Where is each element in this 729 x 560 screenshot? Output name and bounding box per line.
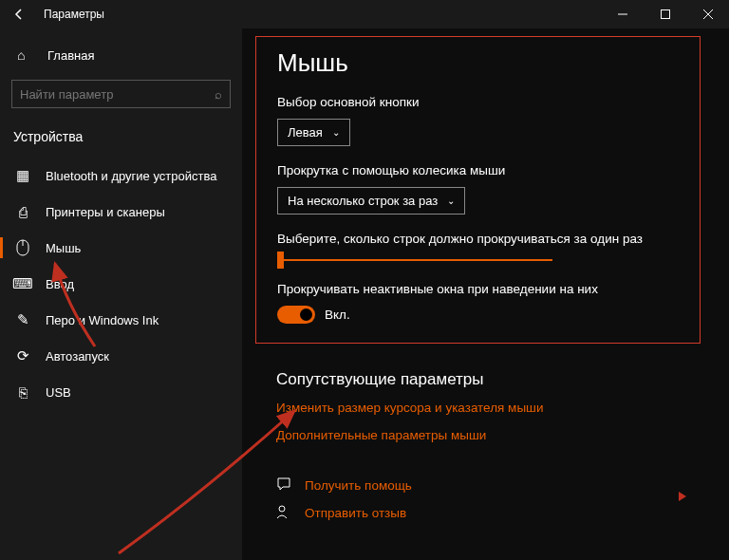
usb-icon: ⎘ <box>13 383 32 401</box>
primary-button-label: Выбор основной кнопки <box>277 95 679 109</box>
chevron-down-icon: ⌄ <box>447 196 455 206</box>
minimize-button[interactable] <box>601 0 644 28</box>
back-button[interactable] <box>0 0 38 28</box>
search-field[interactable] <box>20 87 215 102</box>
link-get-help[interactable]: Получить помощь <box>276 476 729 495</box>
pen-icon: ✎ <box>13 310 32 329</box>
main-content: Мышь Выбор основной кнопки Левая ⌄ Прокр… <box>242 28 729 560</box>
annotation-triangle <box>679 492 686 501</box>
search-input[interactable]: ⌕ <box>11 80 231 108</box>
svg-rect-1 <box>661 10 669 19</box>
link-advanced-mouse[interactable]: Дополнительные параметры мыши <box>276 428 729 442</box>
sidebar-item-mouse[interactable]: Мышь <box>0 230 242 266</box>
sidebar-item-bluetooth[interactable]: ▦ Bluetooth и другие устройства <box>0 158 242 194</box>
lines-slider[interactable] <box>277 259 552 261</box>
related-section: Сопутствующие параметры Изменить размер … <box>276 370 729 522</box>
sidebar-item-label: Перо и Windows Ink <box>46 313 159 327</box>
sidebar-item-typing[interactable]: ⌨ Ввод <box>0 266 242 302</box>
help-icon <box>276 476 295 495</box>
dropdown-value: На несколько строк за раз <box>288 194 438 208</box>
sidebar-home[interactable]: ⌂ Главная <box>0 38 242 72</box>
printer-icon: ⎙ <box>13 202 32 221</box>
slider-thumb[interactable] <box>277 252 284 269</box>
sidebar-item-autoplay[interactable]: ⟳ Автозапуск <box>0 338 242 374</box>
window-title: Параметры <box>38 8 601 21</box>
maximize-button[interactable] <box>644 0 686 28</box>
link-cursor-size[interactable]: Изменить размер курсора и указателя мыши <box>276 401 729 415</box>
inactive-toggle[interactable] <box>277 306 315 324</box>
page-title: Мышь <box>277 48 679 78</box>
close-button[interactable] <box>686 0 729 28</box>
chevron-down-icon: ⌄ <box>332 127 340 138</box>
toggle-state: Вкл. <box>325 308 350 322</box>
sidebar-item-label: USB <box>46 385 71 400</box>
home-icon: ⌂ <box>17 47 34 63</box>
sidebar-item-label: Bluetooth и другие устройства <box>46 169 216 183</box>
dropdown-value: Левая <box>288 125 323 140</box>
sidebar-item-label: Ввод <box>46 277 74 291</box>
feedback-label: Отправить отзыв <box>305 506 406 520</box>
toggle-knob <box>300 308 312 321</box>
svg-point-6 <box>279 506 285 512</box>
devices-icon: ▦ <box>13 166 32 185</box>
sidebar-item-printers[interactable]: ⎙ Принтеры и сканеры <box>0 194 242 230</box>
feedback-icon <box>276 504 295 522</box>
home-label: Главная <box>47 48 94 63</box>
sidebar-item-label: Мышь <box>46 241 81 255</box>
sidebar-item-pen[interactable]: ✎ Перо и Windows Ink <box>0 302 242 338</box>
related-heading: Сопутствующие параметры <box>276 370 729 389</box>
sidebar-item-label: Принтеры и сканеры <box>46 205 165 219</box>
keyboard-icon: ⌨ <box>13 274 32 293</box>
highlight-box: Мышь Выбор основной кнопки Левая ⌄ Прокр… <box>255 36 701 344</box>
autoplay-icon: ⟳ <box>13 346 32 365</box>
sidebar: ⌂ Главная ⌕ Устройства ▦ Bluetooth и дру… <box>0 28 242 560</box>
link-feedback[interactable]: Отправить отзыв <box>276 504 729 522</box>
lines-label: Выберите, сколько строк должно прокручив… <box>277 232 679 246</box>
scroll-label: Прокрутка с помощью колесика мыши <box>277 163 679 177</box>
sidebar-item-label: Автозапуск <box>46 349 109 364</box>
mouse-icon <box>13 238 32 257</box>
category-heading: Устройства <box>0 120 242 158</box>
sidebar-item-usb[interactable]: ⎘ USB <box>0 374 242 410</box>
help-label: Получить помощь <box>305 478 412 493</box>
search-icon: ⌕ <box>215 87 222 102</box>
scroll-dropdown[interactable]: На несколько строк за раз ⌄ <box>277 187 465 215</box>
primary-button-dropdown[interactable]: Левая ⌄ <box>277 119 350 146</box>
inactive-label: Прокручивать неактивные окна при наведен… <box>277 282 679 296</box>
